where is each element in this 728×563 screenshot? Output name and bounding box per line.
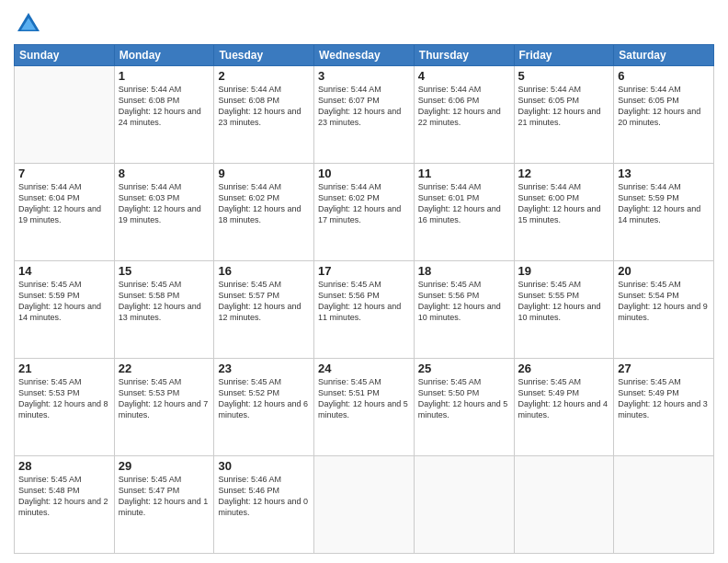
- calendar-cell: 11Sunrise: 5:44 AMSunset: 6:01 PMDayligh…: [414, 164, 514, 261]
- week-row-5: 28Sunrise: 5:45 AMSunset: 5:48 PMDayligh…: [15, 456, 714, 554]
- day-number: 9: [218, 167, 310, 180]
- day-info: Sunrise: 5:45 AMSunset: 5:58 PMDaylight:…: [119, 279, 210, 324]
- weekday-header-thursday: Thursday: [414, 45, 514, 66]
- calendar-cell: 21Sunrise: 5:45 AMSunset: 5:53 PMDayligh…: [15, 359, 115, 456]
- calendar-cell: 1Sunrise: 5:44 AMSunset: 6:08 PMDaylight…: [114, 66, 214, 164]
- calendar-cell: 28Sunrise: 5:45 AMSunset: 5:48 PMDayligh…: [15, 456, 115, 554]
- day-number: 24: [318, 362, 410, 375]
- day-info: Sunrise: 5:44 AMSunset: 6:00 PMDaylight:…: [518, 181, 610, 226]
- calendar-cell: 10Sunrise: 5:44 AMSunset: 6:02 PMDayligh…: [314, 164, 415, 261]
- calendar-cell: [514, 456, 614, 554]
- day-number: 16: [218, 264, 310, 278]
- day-info: Sunrise: 5:44 AMSunset: 6:02 PMDaylight:…: [218, 181, 310, 226]
- day-number: 5: [518, 69, 610, 83]
- day-number: 25: [418, 362, 510, 375]
- day-info: Sunrise: 5:44 AMSunset: 6:02 PMDaylight:…: [318, 181, 410, 226]
- day-info: Sunrise: 5:45 AMSunset: 5:57 PMDaylight:…: [218, 279, 310, 324]
- calendar-cell: 22Sunrise: 5:45 AMSunset: 5:53 PMDayligh…: [114, 359, 214, 456]
- calendar-cell: 3Sunrise: 5:44 AMSunset: 6:07 PMDaylight…: [314, 66, 415, 164]
- logo-icon: [14, 9, 43, 39]
- calendar-cell: 6Sunrise: 5:44 AMSunset: 6:05 PMDaylight…: [614, 66, 714, 164]
- calendar-cell: [314, 456, 415, 554]
- day-info: Sunrise: 5:45 AMSunset: 5:56 PMDaylight:…: [318, 279, 410, 324]
- day-number: 7: [18, 167, 110, 180]
- day-info: Sunrise: 5:44 AMSunset: 6:03 PMDaylight:…: [119, 181, 210, 226]
- calendar-cell: 27Sunrise: 5:45 AMSunset: 5:49 PMDayligh…: [614, 359, 714, 456]
- day-info: Sunrise: 5:45 AMSunset: 5:51 PMDaylight:…: [318, 376, 410, 421]
- calendar-cell: 16Sunrise: 5:45 AMSunset: 5:57 PMDayligh…: [214, 261, 314, 359]
- day-number: 4: [418, 69, 510, 83]
- day-number: 2: [218, 69, 310, 83]
- page: SundayMondayTuesdayWednesdayThursdayFrid…: [0, 0, 728, 563]
- day-info: Sunrise: 5:44 AMSunset: 6:08 PMDaylight:…: [218, 84, 310, 129]
- week-row-4: 21Sunrise: 5:45 AMSunset: 5:53 PMDayligh…: [15, 359, 714, 456]
- day-number: 14: [18, 264, 110, 278]
- day-number: 26: [518, 362, 610, 375]
- calendar-cell: 8Sunrise: 5:44 AMSunset: 6:03 PMDaylight…: [114, 164, 214, 261]
- calendar-cell: 12Sunrise: 5:44 AMSunset: 6:00 PMDayligh…: [514, 164, 614, 261]
- weekday-header-row: SundayMondayTuesdayWednesdayThursdayFrid…: [15, 45, 714, 66]
- day-info: Sunrise: 5:45 AMSunset: 5:56 PMDaylight:…: [418, 279, 510, 324]
- calendar-cell: 18Sunrise: 5:45 AMSunset: 5:56 PMDayligh…: [414, 261, 514, 359]
- day-info: Sunrise: 5:44 AMSunset: 6:06 PMDaylight:…: [418, 84, 510, 129]
- calendar-cell: 14Sunrise: 5:45 AMSunset: 5:59 PMDayligh…: [15, 261, 115, 359]
- calendar-cell: 17Sunrise: 5:45 AMSunset: 5:56 PMDayligh…: [314, 261, 415, 359]
- calendar-cell: [414, 456, 514, 554]
- day-number: 6: [618, 69, 710, 83]
- weekday-header-monday: Monday: [114, 45, 214, 66]
- weekday-header-wednesday: Wednesday: [314, 45, 415, 66]
- calendar-cell: 30Sunrise: 5:46 AMSunset: 5:46 PMDayligh…: [214, 456, 314, 554]
- calendar-cell: 13Sunrise: 5:44 AMSunset: 5:59 PMDayligh…: [614, 164, 714, 261]
- day-info: Sunrise: 5:45 AMSunset: 5:59 PMDaylight:…: [18, 279, 110, 324]
- calendar-cell: 25Sunrise: 5:45 AMSunset: 5:50 PMDayligh…: [414, 359, 514, 456]
- day-info: Sunrise: 5:44 AMSunset: 6:01 PMDaylight:…: [418, 181, 510, 226]
- day-info: Sunrise: 5:44 AMSunset: 6:05 PMDaylight:…: [518, 84, 610, 129]
- week-row-1: 1Sunrise: 5:44 AMSunset: 6:08 PMDaylight…: [15, 66, 714, 164]
- calendar-cell: 23Sunrise: 5:45 AMSunset: 5:52 PMDayligh…: [214, 359, 314, 456]
- day-info: Sunrise: 5:45 AMSunset: 5:55 PMDaylight:…: [518, 279, 610, 324]
- day-number: 1: [119, 69, 210, 83]
- day-info: Sunrise: 5:45 AMSunset: 5:49 PMDaylight:…: [618, 376, 710, 421]
- calendar-cell: 7Sunrise: 5:44 AMSunset: 6:04 PMDaylight…: [15, 164, 115, 261]
- header: [14, 9, 714, 39]
- weekday-header-tuesday: Tuesday: [214, 45, 314, 66]
- calendar-cell: 2Sunrise: 5:44 AMSunset: 6:08 PMDaylight…: [214, 66, 314, 164]
- weekday-header-saturday: Saturday: [614, 45, 714, 66]
- day-number: 29: [119, 459, 210, 473]
- day-number: 12: [518, 167, 610, 180]
- calendar-cell: [614, 456, 714, 554]
- day-info: Sunrise: 5:45 AMSunset: 5:48 PMDaylight:…: [18, 474, 110, 519]
- day-info: Sunrise: 5:44 AMSunset: 6:05 PMDaylight:…: [618, 84, 710, 129]
- calendar-table: SundayMondayTuesdayWednesdayThursdayFrid…: [14, 44, 714, 554]
- calendar-cell: 4Sunrise: 5:44 AMSunset: 6:06 PMDaylight…: [414, 66, 514, 164]
- calendar-cell: 19Sunrise: 5:45 AMSunset: 5:55 PMDayligh…: [514, 261, 614, 359]
- calendar-cell: 24Sunrise: 5:45 AMSunset: 5:51 PMDayligh…: [314, 359, 415, 456]
- day-info: Sunrise: 5:45 AMSunset: 5:54 PMDaylight:…: [618, 279, 710, 324]
- weekday-header-sunday: Sunday: [15, 45, 115, 66]
- day-info: Sunrise: 5:45 AMSunset: 5:53 PMDaylight:…: [119, 376, 210, 421]
- calendar-cell: [15, 66, 115, 164]
- day-number: 28: [18, 459, 110, 473]
- day-info: Sunrise: 5:45 AMSunset: 5:47 PMDaylight:…: [119, 474, 210, 519]
- weekday-header-friday: Friday: [514, 45, 614, 66]
- week-row-3: 14Sunrise: 5:45 AMSunset: 5:59 PMDayligh…: [15, 261, 714, 359]
- calendar-cell: 9Sunrise: 5:44 AMSunset: 6:02 PMDaylight…: [214, 164, 314, 261]
- week-row-2: 7Sunrise: 5:44 AMSunset: 6:04 PMDaylight…: [15, 164, 714, 261]
- day-number: 18: [418, 264, 510, 278]
- day-info: Sunrise: 5:45 AMSunset: 5:53 PMDaylight:…: [18, 376, 110, 421]
- day-info: Sunrise: 5:45 AMSunset: 5:50 PMDaylight:…: [418, 376, 510, 421]
- day-number: 22: [119, 362, 210, 375]
- day-number: 30: [218, 459, 310, 473]
- calendar-cell: 26Sunrise: 5:45 AMSunset: 5:49 PMDayligh…: [514, 359, 614, 456]
- calendar-cell: 20Sunrise: 5:45 AMSunset: 5:54 PMDayligh…: [614, 261, 714, 359]
- day-info: Sunrise: 5:44 AMSunset: 6:07 PMDaylight:…: [318, 84, 410, 129]
- day-info: Sunrise: 5:45 AMSunset: 5:49 PMDaylight:…: [518, 376, 610, 421]
- calendar-cell: 29Sunrise: 5:45 AMSunset: 5:47 PMDayligh…: [114, 456, 214, 554]
- day-info: Sunrise: 5:44 AMSunset: 6:08 PMDaylight:…: [119, 84, 210, 129]
- day-info: Sunrise: 5:45 AMSunset: 5:52 PMDaylight:…: [218, 376, 310, 421]
- day-number: 11: [418, 167, 510, 180]
- calendar-cell: 5Sunrise: 5:44 AMSunset: 6:05 PMDaylight…: [514, 66, 614, 164]
- logo: [14, 9, 47, 39]
- day-number: 19: [518, 264, 610, 278]
- day-number: 8: [119, 167, 210, 180]
